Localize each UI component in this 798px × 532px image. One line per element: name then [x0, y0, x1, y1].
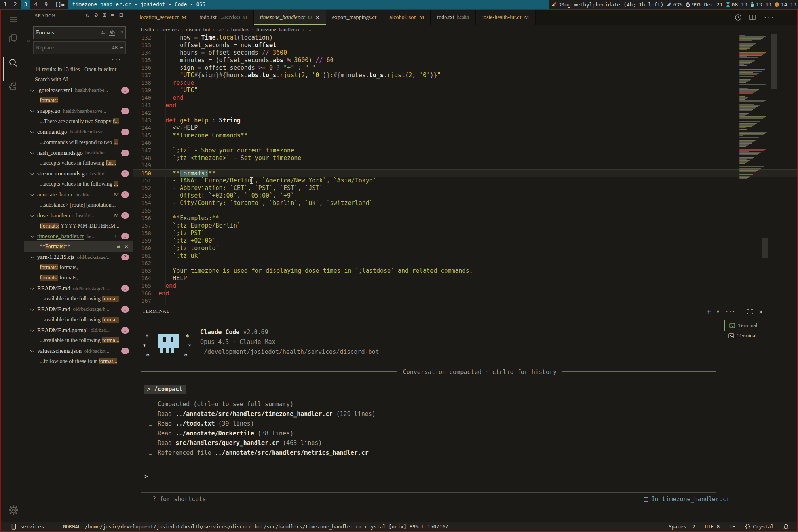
search-result-file[interactable]: README.mdold/backstage/h...1: [24, 304, 133, 314]
terminal-list-item[interactable]: Terminal: [724, 320, 797, 331]
search-result-file[interactable]: yarn-1.22.19.cjsold/backstage/...2: [24, 252, 133, 262]
search-match-row[interactable]: ...available in the following forma...: [24, 294, 133, 304]
status-spaces-2[interactable]: Spaces: 2: [669, 524, 695, 530]
breadcrumb[interactable]: health›services›discord-bot›src›handlers…: [141, 25, 311, 35]
code-line-149[interactable]: 149: [133, 162, 797, 169]
search-result-file[interactable]: hash_commands.gohealth/he...1: [24, 148, 133, 158]
terminal-dropdown-icon[interactable]: ∨: [716, 309, 719, 314]
search-result-file[interactable]: snappy.gohealth/heartbeat/ve...1: [24, 106, 133, 116]
code-line-167[interactable]: 167: [133, 297, 797, 305]
menu-icon[interactable]: [8, 14, 19, 25]
tab-location_server-cr[interactable]: location_server.crM: [133, 10, 193, 25]
search-result-file[interactable]: values.schema.jsonold/backst...1: [24, 346, 133, 356]
code-line-136[interactable]: 136 sign = offset_seconds >= 0 ? "+" : "…: [133, 64, 797, 72]
tab-josie-health-lut-cr[interactable]: josie-health-lut.crM: [476, 10, 536, 25]
tab-todo-txt[interactable]: todo.txt.../servicesU: [193, 10, 254, 25]
workspace-3[interactable]: 3: [21, 0, 31, 9]
code-line-153[interactable]: 153 - Offset: `+02:00`, `-05:00`, `+9`: [133, 192, 797, 200]
explorer-icon[interactable]: [8, 33, 19, 44]
tab-todo-txt[interactable]: todo.txthealth: [431, 10, 476, 25]
code-line-137[interactable]: 137 "UTC#{sign}#{hours.abs.to_s.rjust(2,…: [133, 72, 797, 79]
bell-icon[interactable]: [783, 524, 789, 530]
toggle-search-details-icon[interactable]: ···: [111, 57, 121, 63]
code-line-143[interactable]: 143 def get_help : String: [133, 117, 797, 124]
code-line-139[interactable]: 139 "UTC": [133, 87, 797, 94]
workspace-9[interactable]: 9: [41, 0, 51, 9]
tab-timezone_handler-cr[interactable]: timezone_handler.crU×: [254, 10, 326, 25]
open-search-editor-icon[interactable]: ⊞: [103, 11, 106, 19]
code-line-140[interactable]: 140 end: [133, 94, 797, 102]
clear-search-icon[interactable]: ⊘: [94, 11, 98, 19]
code-line-132[interactable]: 132 now = Time.local(location): [133, 34, 797, 42]
workspace-2[interactable]: 2: [10, 0, 21, 9]
code-line-144[interactable]: 144 <<-HELP: [133, 124, 797, 132]
breadcrumb-item[interactable]: src: [217, 27, 224, 33]
code-line-150[interactable]: 150 **Formats:**: [133, 169, 797, 177]
code-line-145[interactable]: 145 **Timezone Commands**: [133, 132, 797, 139]
tab-terminal[interactable]: TERMINAL: [142, 308, 170, 317]
status-lf[interactable]: LF: [729, 524, 735, 530]
settings-gear-icon[interactable]: [8, 505, 19, 516]
code-line-164[interactable]: 164 HELP: [133, 275, 797, 282]
preserve-case-icon[interactable]: AB: [112, 45, 118, 51]
search-result-file[interactable]: README.md.gotmplold/bac...1: [24, 325, 133, 335]
breadcrumb-item[interactable]: discord-bot: [186, 27, 210, 33]
code-line-147[interactable]: 147 `;tz` - Show your current timezone: [133, 147, 797, 154]
claude-prompt[interactable]: >: [144, 473, 148, 480]
refresh-icon[interactable]: ↻: [86, 11, 89, 19]
collapse-all-icon[interactable]: ⊟: [119, 11, 123, 19]
breadcrumb-item[interactable]: services: [162, 27, 179, 33]
code-line-163[interactable]: 163 Your timezone is used for displaying…: [133, 267, 797, 275]
breadcrumb-item[interactable]: health: [141, 27, 154, 33]
search-match-row[interactable]: ...available in the following forma...: [24, 315, 133, 325]
code-line-157[interactable]: 157 `;tz Europe/Berlin`: [133, 222, 797, 230]
search-match-row[interactable]: formats: formats,: [24, 262, 133, 273]
file-info[interactable]: /home/josie/development/josiedot/health/…: [85, 524, 448, 530]
search-result-file[interactable]: command.gohealth/heartbeat...1: [24, 127, 133, 137]
search-input[interactable]: Formats: Aa ab .*: [33, 26, 126, 39]
replace-match-icon[interactable]: ⇄: [117, 243, 120, 250]
search-match-row[interactable]: formats: formats,: [24, 273, 133, 283]
code-line-148[interactable]: 148 `;tz <timezone>` - Set your timezone: [133, 154, 797, 162]
maximize-panel-icon[interactable]: [747, 309, 753, 314]
dismiss-match-icon[interactable]: ×: [125, 243, 128, 250]
new-terminal-icon[interactable]: +: [707, 308, 711, 315]
search-result-file[interactable]: stream_commands.gohealth/...1: [24, 169, 133, 179]
breadcrumb-item[interactable]: handlers: [231, 27, 249, 33]
workspace-4[interactable]: 4: [30, 0, 41, 9]
terminal-list-item[interactable]: Terminal: [724, 331, 797, 341]
replace-input[interactable]: Replace AB ⇄: [33, 41, 126, 54]
toggle-replace-chevron-icon[interactable]: [26, 38, 30, 42]
search-result-file[interactable]: .goreleaser.ymlhealth/heartbe...1: [24, 85, 133, 95]
bell-icon[interactable]: [783, 524, 789, 530]
search-match-row[interactable]: Formats: YYYY-MM-DDTHH:M...: [24, 221, 133, 231]
view-as-tree-icon[interactable]: ≔: [111, 11, 114, 19]
code-line-158[interactable]: 158 `;tz PST`: [133, 230, 797, 237]
status-utf-8[interactable]: UTF-8: [705, 524, 720, 530]
search-match-row[interactable]: ...substance> [route] [annotation...: [24, 200, 133, 210]
search-match-row[interactable]: ...follow one of these four format...: [24, 356, 133, 367]
search-result-file[interactable]: timezone_handler.crhe...U1: [24, 231, 133, 241]
search-match-row[interactable]: ...accepts values in the following ...: [24, 179, 133, 189]
search-match-row[interactable]: **Formats:**⇄×: [24, 241, 133, 252]
code-line-166[interactable]: 166end: [133, 290, 797, 297]
code-editor[interactable]: 132 now = Time.local(location)133 offset…: [133, 34, 797, 305]
code-line-146[interactable]: 146: [133, 139, 797, 147]
remote-label[interactable]: services: [20, 524, 44, 530]
code-line-155[interactable]: 155: [133, 207, 797, 215]
code-line-134[interactable]: 134 hours = offset_seconds // 3600: [133, 49, 797, 57]
breadcrumb-item[interactable]: ...: [307, 27, 311, 33]
breadcrumb-item[interactable]: timezone_handler.cr: [256, 27, 300, 33]
regex-icon[interactable]: .*: [118, 30, 123, 36]
match-case-icon[interactable]: Aa: [101, 30, 106, 36]
code-line-133[interactable]: 133 offset_seconds = now.offset: [133, 42, 797, 49]
code-line-151[interactable]: 151 - IANA: `Europe/Berlin`, `America/Ne…: [133, 177, 797, 184]
search-match-row[interactable]: ...There are actually two Snappy f...: [24, 116, 133, 127]
tab-alcohol-json[interactable]: alcohol.jsonM: [383, 10, 431, 25]
close-panel-icon[interactable]: ×: [759, 308, 763, 315]
code-line-162[interactable]: 162: [133, 260, 797, 267]
replace-all-icon[interactable]: ⇄: [120, 45, 123, 51]
search-result-file[interactable]: README.mdold/backstage/h...1: [24, 283, 133, 294]
remote-window-icon[interactable]: [11, 524, 16, 530]
code-line-138[interactable]: 138 rescue: [133, 79, 797, 87]
